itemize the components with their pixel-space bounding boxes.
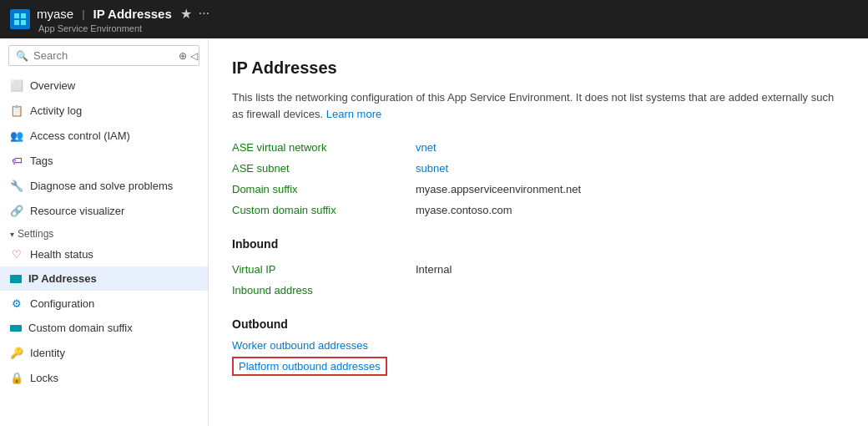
- label-domain-suffix: Domain suffix: [232, 179, 416, 200]
- sidebar-item-activity-log[interactable]: 📋 Activity log: [0, 98, 208, 123]
- pin-icon[interactable]: ⊕: [179, 50, 187, 62]
- settings-section-label: ▾ Settings: [0, 223, 208, 241]
- ip-icon: [10, 275, 22, 283]
- sidebar-item-label: IP Addresses: [28, 272, 97, 285]
- sidebar-item-label: Resource visualizer: [30, 205, 124, 217]
- resource-name: myase: [37, 7, 73, 21]
- resource-icon: [10, 9, 30, 29]
- tags-icon: 🏷: [10, 154, 23, 167]
- platform-outbound-highlighted: Platform outbound addresses: [232, 357, 387, 376]
- svg-rect-2: [14, 20, 19, 25]
- iam-icon: 👥: [10, 129, 23, 142]
- sidebar-item-tags[interactable]: 🏷 Tags: [0, 148, 208, 173]
- diagnose-icon: 🔧: [10, 179, 23, 192]
- value-domain-suffix: myase.appserviceenvironment.net: [416, 179, 845, 200]
- search-box[interactable]: 🔍 ⊕ ◁: [8, 45, 199, 66]
- main-layout: 🔍 ⊕ ◁ ⬜ Overview 📋 Activity log 👥 Access…: [0, 38, 868, 426]
- sidebar-item-label: Access control (IAM): [30, 129, 130, 142]
- description-text: This lists the networking configuration …: [232, 89, 845, 122]
- search-input[interactable]: [33, 49, 174, 62]
- title-separator: |: [82, 8, 84, 20]
- inbound-table: Virtual IP Internal Inbound address: [232, 259, 845, 301]
- table-row: Inbound address: [232, 280, 845, 301]
- sidebar-item-diagnose[interactable]: 🔧 Diagnose and solve problems: [0, 173, 208, 198]
- sidebar-item-label: Overview: [30, 79, 75, 92]
- activity-log-icon: 📋: [10, 104, 23, 117]
- sidebar-item-label: Identity: [30, 347, 65, 359]
- sidebar-item-access-control[interactable]: 👥 Access control (IAM): [0, 123, 208, 148]
- sidebar-item-label: Configuration: [30, 297, 94, 310]
- worker-outbound-link[interactable]: Worker outbound addresses: [232, 339, 845, 352]
- config-icon: ⚙: [10, 297, 23, 310]
- collapse-icon[interactable]: ◁: [190, 50, 198, 62]
- sidebar-item-label: Activity log: [30, 104, 82, 117]
- favorite-icon[interactable]: ★: [180, 6, 192, 22]
- learn-more-link[interactable]: Learn more: [326, 108, 381, 120]
- locks-icon: 🔒: [10, 371, 23, 384]
- identity-icon: 🔑: [10, 346, 23, 359]
- value-custom-domain-suffix: myase.contoso.com: [416, 200, 845, 221]
- sidebar-item-label: Locks: [30, 372, 58, 384]
- visualizer-icon: 🔗: [10, 204, 23, 217]
- chevron-down-icon: ▾: [10, 230, 14, 239]
- title-group: myase | IP Addresses ★ ··· App Service E…: [37, 6, 209, 33]
- label-ase-subnet: ASE subnet: [232, 158, 416, 179]
- sidebar-item-configuration[interactable]: ⚙ Configuration: [0, 291, 208, 316]
- platform-outbound-link[interactable]: Platform outbound addresses: [239, 360, 381, 373]
- sidebar-item-resource-visualizer[interactable]: 🔗 Resource visualizer: [0, 198, 208, 223]
- domain-icon: [10, 325, 22, 332]
- sidebar-item-label: Tags: [30, 155, 53, 167]
- sidebar-item-locks[interactable]: 🔒 Locks: [0, 365, 208, 390]
- sidebar-item-label: Custom domain suffix: [28, 322, 133, 334]
- more-options-icon[interactable]: ···: [199, 6, 209, 21]
- network-info-table: ASE virtual network vnet ASE subnet subn…: [232, 137, 845, 221]
- sidebar-item-health-status[interactable]: ♡ Health status: [0, 241, 208, 266]
- svg-rect-1: [21, 13, 26, 18]
- health-icon: ♡: [10, 247, 23, 261]
- table-row: ASE subnet subnet: [232, 158, 845, 179]
- value-ase-subnet[interactable]: subnet: [416, 158, 845, 179]
- top-bar: myase | IP Addresses ★ ··· App Service E…: [0, 0, 868, 38]
- overview-icon: ⬜: [10, 79, 23, 92]
- page-title: IP Addresses: [93, 7, 172, 21]
- sidebar-item-ip-addresses[interactable]: IP Addresses: [0, 266, 208, 291]
- label-ase-virtual-network: ASE virtual network: [232, 137, 416, 158]
- svg-rect-3: [21, 20, 26, 25]
- sidebar-item-identity[interactable]: 🔑 Identity: [0, 340, 208, 365]
- outbound-section-title: Outbound: [232, 317, 845, 331]
- sidebar-item-overview[interactable]: ⬜ Overview: [0, 73, 208, 98]
- main-content: IP Addresses This lists the networking c…: [209, 38, 868, 426]
- table-row: Domain suffix myase.appserviceenvironmen…: [232, 179, 845, 200]
- value-ase-virtual-network[interactable]: vnet: [416, 137, 845, 158]
- sidebar-item-label: Diagnose and solve problems: [30, 180, 173, 192]
- label-custom-domain-suffix: Custom domain suffix: [232, 200, 416, 221]
- label-virtual-ip: Virtual IP: [232, 259, 416, 280]
- search-icon: 🔍: [16, 50, 28, 62]
- value-virtual-ip: Internal: [416, 259, 845, 280]
- svg-rect-0: [14, 13, 19, 18]
- resource-type: App Service Environment: [38, 23, 209, 33]
- label-inbound-address: Inbound address: [232, 280, 416, 301]
- inbound-section-title: Inbound: [232, 237, 845, 251]
- table-row: ASE virtual network vnet: [232, 137, 845, 158]
- content-title: IP Addresses: [232, 58, 845, 78]
- sidebar-item-label: Health status: [30, 248, 93, 261]
- sidebar: 🔍 ⊕ ◁ ⬜ Overview 📋 Activity log 👥 Access…: [0, 38, 209, 426]
- value-inbound-address: [416, 280, 845, 301]
- table-row: Virtual IP Internal: [232, 259, 845, 280]
- sidebar-item-custom-domain-suffix[interactable]: Custom domain suffix: [0, 316, 208, 340]
- table-row: Custom domain suffix myase.contoso.com: [232, 200, 845, 221]
